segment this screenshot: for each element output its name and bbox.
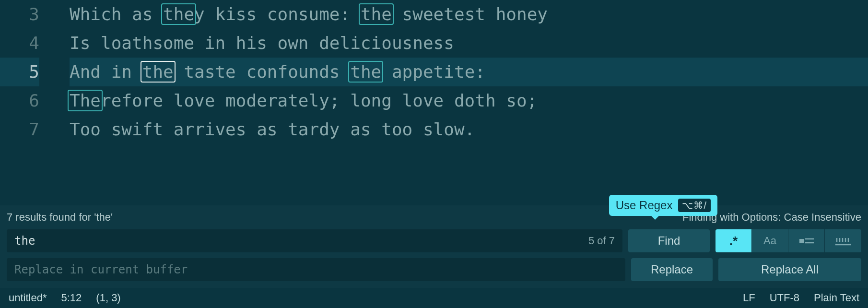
regex-icon: .* [729, 234, 738, 249]
status-filename[interactable]: untitled* [9, 292, 47, 304]
find-button[interactable]: Find [628, 229, 710, 252]
find-replace-panel: Use Regex ⌥⌘/ 7 results found for 'the' … [0, 205, 868, 288]
status-encoding[interactable]: UTF-8 [770, 292, 799, 304]
whole-word-toggle[interactable] [825, 229, 861, 252]
find-results-count: 7 results found for 'the' [7, 211, 113, 224]
replace-input[interactable] [14, 263, 618, 276]
svg-rect-0 [799, 239, 804, 243]
code-text-area[interactable]: Which as they kiss consume: the sweetest… [48, 0, 868, 205]
case-sensitive-toggle[interactable]: Aa [752, 229, 788, 252]
search-highlight: the [161, 3, 196, 25]
use-regex-tooltip: Use Regex ⌥⌘/ [609, 195, 717, 216]
case-icon: Aa [763, 235, 776, 247]
status-cursor-position[interactable]: 5:12 [61, 292, 82, 304]
regex-toggle[interactable]: .* [716, 229, 752, 252]
tooltip-label: Use Regex [616, 199, 673, 212]
search-highlight: the [359, 3, 394, 25]
selection-toggle[interactable] [788, 229, 825, 252]
status-line-ending[interactable]: LF [743, 292, 755, 304]
code-line[interactable]: Which as they kiss consume: the sweetest… [70, 0, 868, 29]
search-highlight: the [141, 61, 176, 83]
status-bar: untitled* 5:12 (1, 3) LF UTF-8 Plain Tex… [0, 288, 868, 308]
find-input[interactable] [14, 234, 588, 248]
status-selection[interactable]: (1, 3) [96, 292, 120, 304]
replace-all-button[interactable]: Replace All [718, 258, 861, 281]
selection-icon [798, 235, 815, 247]
replace-input-container [7, 258, 625, 281]
code-line[interactable]: And in the taste confounds the appetite: [70, 58, 868, 86]
find-input-container: 5 of 7 [7, 229, 622, 252]
code-line[interactable]: Therefore love moderately; long love dot… [70, 86, 868, 115]
line-number: 4 [0, 29, 39, 58]
tooltip-keyboard-shortcut: ⌥⌘/ [678, 199, 711, 212]
status-grammar[interactable]: Plain Text [814, 292, 859, 304]
editor-area[interactable]: 34567 Which as they kiss consume: the sw… [0, 0, 868, 205]
line-number: 6 [0, 86, 39, 115]
find-toggle-group: .* Aa [716, 229, 861, 252]
find-match-position: 5 of 7 [588, 235, 615, 247]
replace-button[interactable]: Replace [631, 258, 713, 281]
line-number: 7 [0, 115, 39, 144]
line-number: 5 [0, 58, 39, 86]
line-number-gutter: 34567 [0, 0, 48, 205]
whole-word-icon [835, 235, 851, 247]
search-highlight: The [68, 90, 103, 111]
code-line[interactable]: Is loathsome in his own deliciousness [70, 29, 868, 58]
code-line[interactable]: Too swift arrives as tardy as too slow. [70, 115, 868, 144]
line-number: 3 [0, 0, 39, 29]
search-highlight: the [348, 61, 383, 83]
